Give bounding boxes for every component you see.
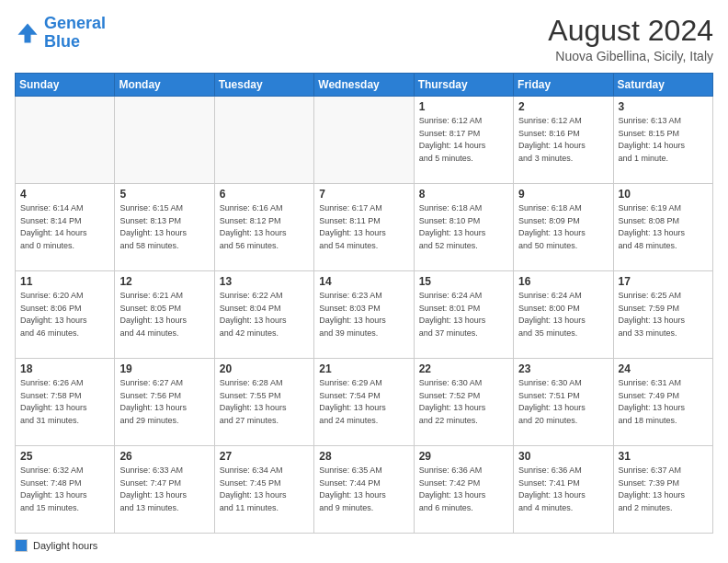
day-info: Sunrise: 6:36 AM Sunset: 7:41 PM Dayligh…	[518, 465, 608, 514]
table-row: 4Sunrise: 6:14 AM Sunset: 8:14 PM Daylig…	[16, 184, 115, 271]
day-info: Sunrise: 6:13 AM Sunset: 8:15 PM Dayligh…	[619, 115, 708, 165]
table-row: 17Sunrise: 6:25 AM Sunset: 7:59 PM Dayli…	[613, 271, 712, 359]
svg-marker-0	[18, 23, 38, 42]
day-number: 20	[220, 362, 309, 375]
table-row: 23Sunrise: 6:30 AM Sunset: 7:51 PM Dayli…	[514, 359, 613, 446]
day-number: 16	[518, 275, 608, 288]
day-number: 6	[220, 188, 309, 201]
day-info: Sunrise: 6:19 AM Sunset: 8:08 PM Dayligh…	[619, 202, 708, 252]
day-info: Sunrise: 6:20 AM Sunset: 8:06 PM Dayligh…	[20, 290, 109, 339]
table-row: 22Sunrise: 6:30 AM Sunset: 7:52 PM Dayli…	[414, 359, 513, 446]
table-row: 24Sunrise: 6:31 AM Sunset: 7:49 PM Dayli…	[613, 359, 712, 446]
day-info: Sunrise: 6:23 AM Sunset: 8:03 PM Dayligh…	[319, 290, 408, 339]
calendar-table: Sunday Monday Tuesday Wednesday Thursday…	[15, 73, 713, 534]
logo: General Blue	[15, 15, 106, 52]
table-row	[16, 97, 115, 184]
day-number: 1	[419, 100, 508, 113]
day-number: 23	[518, 362, 608, 375]
day-number: 4	[20, 188, 109, 201]
page: General Blue August 2024 Nuova Gibellina…	[0, 0, 728, 563]
table-row: 8Sunrise: 6:18 AM Sunset: 8:10 PM Daylig…	[414, 184, 513, 271]
day-info: Sunrise: 6:29 AM Sunset: 7:54 PM Dayligh…	[319, 377, 408, 427]
day-info: Sunrise: 6:15 AM Sunset: 8:13 PM Dayligh…	[119, 202, 209, 252]
day-number: 30	[518, 450, 608, 463]
day-info: Sunrise: 6:36 AM Sunset: 7:42 PM Dayligh…	[419, 465, 508, 514]
day-info: Sunrise: 6:33 AM Sunset: 7:47 PM Dayligh…	[119, 465, 209, 514]
day-info: Sunrise: 6:31 AM Sunset: 7:49 PM Dayligh…	[619, 377, 708, 427]
day-number: 15	[419, 275, 508, 288]
day-info: Sunrise: 6:26 AM Sunset: 7:58 PM Dayligh…	[20, 377, 109, 427]
day-info: Sunrise: 6:18 AM Sunset: 8:09 PM Dayligh…	[518, 202, 608, 252]
title-area: August 2024 Nuova Gibellina, Sicily, Ita…	[548, 15, 713, 63]
table-row	[314, 97, 414, 184]
calendar-week-row: 4Sunrise: 6:14 AM Sunset: 8:14 PM Daylig…	[16, 184, 713, 271]
day-number: 19	[119, 362, 209, 375]
day-info: Sunrise: 6:21 AM Sunset: 8:05 PM Dayligh…	[119, 290, 209, 339]
day-info: Sunrise: 6:16 AM Sunset: 8:12 PM Dayligh…	[220, 202, 309, 252]
table-row: 1Sunrise: 6:12 AM Sunset: 8:17 PM Daylig…	[414, 97, 513, 184]
table-row: 13Sunrise: 6:22 AM Sunset: 8:04 PM Dayli…	[214, 271, 313, 359]
col-thursday: Thursday	[414, 74, 513, 97]
table-row: 9Sunrise: 6:18 AM Sunset: 8:09 PM Daylig…	[514, 184, 613, 271]
day-number: 9	[518, 188, 608, 201]
table-row: 28Sunrise: 6:35 AM Sunset: 7:44 PM Dayli…	[314, 446, 414, 534]
table-row: 26Sunrise: 6:33 AM Sunset: 7:47 PM Dayli…	[115, 446, 214, 534]
day-number: 21	[319, 362, 408, 375]
logo-icon	[15, 20, 40, 46]
table-row: 19Sunrise: 6:27 AM Sunset: 7:56 PM Dayli…	[115, 359, 214, 446]
day-info: Sunrise: 6:34 AM Sunset: 7:45 PM Dayligh…	[220, 465, 309, 514]
day-number: 13	[220, 275, 309, 288]
day-number: 8	[419, 188, 508, 201]
day-number: 27	[220, 450, 309, 463]
day-info: Sunrise: 6:14 AM Sunset: 8:14 PM Dayligh…	[20, 202, 109, 252]
day-number: 24	[619, 362, 708, 375]
table-row: 29Sunrise: 6:36 AM Sunset: 7:42 PM Dayli…	[414, 446, 513, 534]
day-info: Sunrise: 6:27 AM Sunset: 7:56 PM Dayligh…	[119, 377, 209, 427]
day-info: Sunrise: 6:18 AM Sunset: 8:10 PM Dayligh…	[419, 202, 508, 252]
col-friday: Friday	[514, 74, 613, 97]
day-info: Sunrise: 6:25 AM Sunset: 7:59 PM Dayligh…	[619, 290, 708, 339]
table-row: 12Sunrise: 6:21 AM Sunset: 8:05 PM Dayli…	[115, 271, 214, 359]
table-row: 2Sunrise: 6:12 AM Sunset: 8:16 PM Daylig…	[514, 97, 613, 184]
day-number: 10	[619, 188, 708, 201]
legend-label: Daylight hours	[33, 540, 97, 551]
logo-text: General Blue	[44, 15, 106, 52]
day-info: Sunrise: 6:22 AM Sunset: 8:04 PM Dayligh…	[220, 290, 309, 339]
table-row: 15Sunrise: 6:24 AM Sunset: 8:01 PM Dayli…	[414, 271, 513, 359]
table-row: 16Sunrise: 6:24 AM Sunset: 8:00 PM Dayli…	[514, 271, 613, 359]
day-number: 28	[319, 450, 408, 463]
table-row: 14Sunrise: 6:23 AM Sunset: 8:03 PM Dayli…	[314, 271, 414, 359]
day-info: Sunrise: 6:32 AM Sunset: 7:48 PM Dayligh…	[20, 465, 109, 514]
table-row: 21Sunrise: 6:29 AM Sunset: 7:54 PM Dayli…	[314, 359, 414, 446]
location: Nuova Gibellina, Sicily, Italy	[548, 49, 713, 63]
calendar-week-row: 1Sunrise: 6:12 AM Sunset: 8:17 PM Daylig…	[16, 97, 713, 184]
day-number: 7	[319, 188, 408, 201]
table-row: 31Sunrise: 6:37 AM Sunset: 7:39 PM Dayli…	[613, 446, 712, 534]
day-info: Sunrise: 6:17 AM Sunset: 8:11 PM Dayligh…	[319, 202, 408, 252]
month-title: August 2024	[548, 15, 713, 47]
table-row: 3Sunrise: 6:13 AM Sunset: 8:15 PM Daylig…	[613, 97, 712, 184]
day-info: Sunrise: 6:28 AM Sunset: 7:55 PM Dayligh…	[220, 377, 309, 427]
day-info: Sunrise: 6:24 AM Sunset: 8:01 PM Dayligh…	[419, 290, 508, 339]
table-row: 30Sunrise: 6:36 AM Sunset: 7:41 PM Dayli…	[514, 446, 613, 534]
col-monday: Monday	[115, 74, 214, 97]
day-number: 18	[20, 362, 109, 375]
table-row: 11Sunrise: 6:20 AM Sunset: 8:06 PM Dayli…	[16, 271, 115, 359]
day-number: 29	[419, 450, 508, 463]
calendar-week-row: 18Sunrise: 6:26 AM Sunset: 7:58 PM Dayli…	[16, 359, 713, 446]
table-row: 25Sunrise: 6:32 AM Sunset: 7:48 PM Dayli…	[16, 446, 115, 534]
day-info: Sunrise: 6:37 AM Sunset: 7:39 PM Dayligh…	[619, 465, 708, 514]
day-info: Sunrise: 6:30 AM Sunset: 7:51 PM Dayligh…	[518, 377, 608, 427]
day-info: Sunrise: 6:12 AM Sunset: 8:17 PM Dayligh…	[419, 115, 508, 165]
day-info: Sunrise: 6:30 AM Sunset: 7:52 PM Dayligh…	[419, 377, 508, 427]
calendar-week-row: 25Sunrise: 6:32 AM Sunset: 7:48 PM Dayli…	[16, 446, 713, 534]
col-sunday: Sunday	[16, 74, 115, 97]
table-row	[214, 97, 313, 184]
table-row: 5Sunrise: 6:15 AM Sunset: 8:13 PM Daylig…	[115, 184, 214, 271]
day-number: 12	[119, 275, 209, 288]
day-info: Sunrise: 6:24 AM Sunset: 8:00 PM Dayligh…	[518, 290, 608, 339]
day-number: 31	[619, 450, 708, 463]
calendar-week-row: 11Sunrise: 6:20 AM Sunset: 8:06 PM Dayli…	[16, 271, 713, 359]
day-number: 17	[619, 275, 708, 288]
col-saturday: Saturday	[613, 74, 712, 97]
